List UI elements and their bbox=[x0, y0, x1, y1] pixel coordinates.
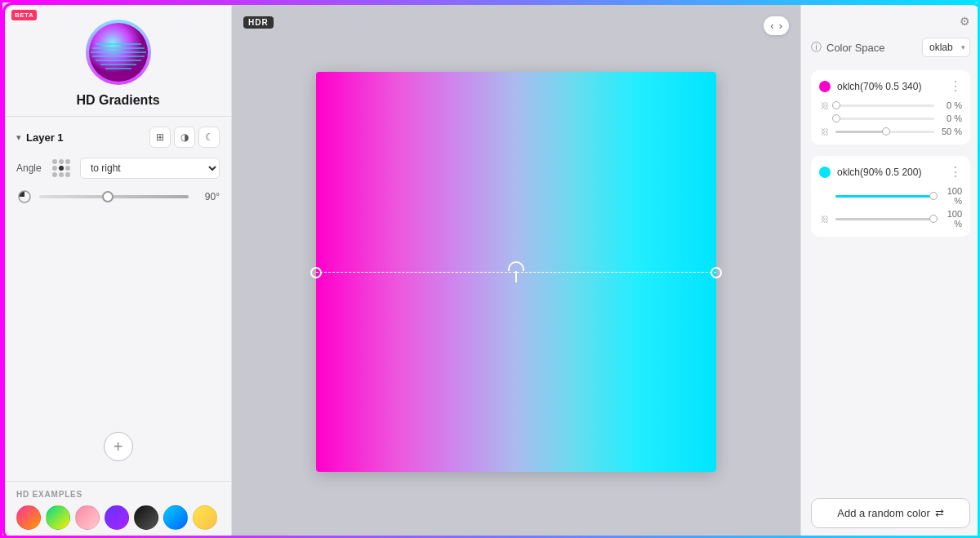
degree-slider-row: 90° bbox=[16, 189, 220, 205]
stop-1-slider-2-thumb[interactable] bbox=[832, 114, 840, 122]
sidebar-header: HD Gradients bbox=[5, 5, 231, 117]
angle-label: Angle bbox=[16, 162, 46, 174]
hdr-badge: HDR bbox=[243, 16, 274, 29]
settings-icon[interactable]: ⚙ bbox=[960, 15, 970, 28]
stop-2-slider-2-row: ⛓ 100 % bbox=[819, 209, 962, 229]
gradient-right-handle[interactable] bbox=[710, 267, 722, 278]
gradient-left-handle[interactable] bbox=[310, 267, 322, 278]
hd-examples-label: HD EXAMPLES bbox=[16, 490, 220, 499]
stop-2-slider-1-thumb[interactable] bbox=[929, 192, 938, 200]
layer-header: ▾ Layer 1 ⊞ ◑ ☾ bbox=[16, 127, 220, 148]
swatch-2[interactable] bbox=[46, 505, 70, 530]
stop-1-slider-3-row: ⛓ 50 % bbox=[819, 127, 962, 136]
color-stop-1-label: oklch(70% 0.5 340) bbox=[837, 81, 942, 92]
angle-dots-grid[interactable] bbox=[52, 159, 70, 177]
add-color-label: Add a random color bbox=[837, 507, 929, 519]
color-swatches bbox=[16, 505, 220, 530]
dot-br bbox=[65, 172, 70, 177]
main-canvas: HDR ‹ › bbox=[232, 5, 800, 538]
add-color-button[interactable]: Add a random color ⇄ bbox=[811, 498, 970, 528]
grid-icon-btn[interactable]: ⊞ bbox=[149, 127, 171, 148]
angle-slider-icon bbox=[16, 189, 33, 205]
half-circle-btn[interactable]: ◑ bbox=[174, 127, 195, 148]
right-panel-spacer bbox=[811, 248, 970, 498]
stop-1-slider-3-thumb[interactable] bbox=[882, 127, 890, 136]
color-stop-2-more-icon[interactable]: ⋮ bbox=[949, 164, 962, 180]
dot-mr bbox=[65, 166, 70, 171]
stop-1-slider-2-row: 0 % bbox=[819, 113, 962, 123]
stop-1-link-icon: ⛓ bbox=[819, 101, 831, 110]
stop-2-link-icon: ⛓ bbox=[819, 215, 831, 224]
sidebar: BETA bbox=[5, 5, 232, 538]
stop-2-slider-1-value: 100 % bbox=[939, 186, 962, 206]
handle-line bbox=[515, 271, 517, 282]
hd-examples-section: HD EXAMPLES bbox=[5, 481, 231, 538]
layer-icons: ⊞ ◑ ☾ bbox=[149, 127, 220, 148]
gradient-line bbox=[316, 272, 716, 273]
degree-value: 90° bbox=[195, 191, 220, 202]
color-stop-2: oklch(90% 0.5 200) ⋮ 100 % bbox=[811, 156, 970, 237]
angle-select[interactable]: to right bbox=[80, 158, 220, 179]
dot-tr bbox=[65, 159, 70, 164]
stop-2-slider-2-thumb[interactable] bbox=[929, 215, 938, 223]
stop-1-slider-2-value: 0 % bbox=[939, 113, 962, 123]
next-arrow[interactable]: › bbox=[779, 20, 782, 32]
handle-arc bbox=[508, 261, 524, 271]
info-icon: ⓘ bbox=[811, 40, 822, 55]
prev-arrow[interactable]: ‹ bbox=[770, 20, 773, 32]
stop-1-sliders: ⛓ 0 % 0 % bbox=[819, 100, 962, 136]
degree-slider-thumb[interactable] bbox=[102, 191, 114, 202]
stop-1-slider-3-fill bbox=[835, 131, 885, 133]
add-layer-button[interactable]: + bbox=[104, 432, 133, 461]
stop-2-slider-2-value: 100 % bbox=[939, 209, 962, 229]
dot-bc bbox=[59, 172, 64, 177]
swatch-1[interactable] bbox=[16, 505, 41, 530]
layer-collapse-icon[interactable]: ▾ bbox=[16, 132, 21, 143]
swatch-5[interactable] bbox=[134, 505, 158, 530]
color-stop-1-dot[interactable] bbox=[819, 81, 831, 92]
pie-icon bbox=[17, 189, 32, 204]
stop-1-slider-3-track[interactable] bbox=[835, 131, 934, 133]
half-circle-icon: ◑ bbox=[180, 131, 189, 143]
moon-btn[interactable]: ☾ bbox=[198, 127, 220, 148]
degree-slider-track[interactable] bbox=[39, 195, 189, 198]
color-stop-2-dot[interactable] bbox=[819, 167, 831, 178]
dot-ml bbox=[52, 166, 57, 171]
sidebar-content: ▾ Layer 1 ⊞ ◑ ☾ bbox=[5, 117, 231, 481]
color-stop-2-header: oklch(90% 0.5 200) ⋮ bbox=[819, 164, 962, 180]
swatch-3[interactable] bbox=[75, 505, 100, 530]
add-icon: + bbox=[114, 438, 123, 456]
angle-row: Angle to right bbox=[16, 158, 220, 179]
gradient-canvas[interactable] bbox=[316, 72, 716, 472]
moon-icon: ☾ bbox=[205, 131, 214, 143]
dot-tl bbox=[52, 159, 57, 164]
stop-1-slider-1-row: ⛓ 0 % bbox=[819, 100, 962, 110]
stop-2-slider-1-fill bbox=[835, 195, 934, 198]
color-space-label: Color Space bbox=[826, 42, 917, 54]
stop-1-slider-1-track[interactable] bbox=[835, 104, 934, 107]
nav-arrows: ‹ › bbox=[764, 16, 789, 35]
stop-1-slider-1-thumb[interactable] bbox=[832, 101, 840, 109]
color-stop-1-more-icon[interactable]: ⋮ bbox=[949, 78, 962, 94]
right-panel: ⚙ ⓘ Color Space oklab ▾ oklch(70% 0.5 34… bbox=[800, 5, 980, 538]
stop-2-slider-2-track[interactable] bbox=[835, 218, 934, 220]
gradient-midpoint-handle[interactable] bbox=[508, 261, 524, 282]
swatch-7[interactable] bbox=[193, 505, 217, 530]
stop-2-slider-2-fill bbox=[835, 218, 934, 220]
stop-1-link2-icon: ⛓ bbox=[819, 127, 831, 136]
color-space-select[interactable]: oklab bbox=[922, 38, 970, 57]
color-space-row: ⓘ Color Space oklab ▾ bbox=[811, 38, 970, 57]
grid-icon: ⊞ bbox=[156, 131, 164, 143]
color-stop-1: oklch(70% 0.5 340) ⋮ ⛓ 0 % bbox=[811, 70, 970, 145]
stop-1-slider-2-track[interactable] bbox=[835, 118, 934, 120]
swatch-6[interactable] bbox=[163, 505, 188, 530]
swatch-4[interactable] bbox=[105, 505, 129, 530]
layer-title-row: ▾ Layer 1 bbox=[16, 131, 64, 144]
logo-svg bbox=[86, 20, 151, 85]
stop-1-slider-1-value: 0 % bbox=[939, 100, 962, 110]
stop-2-slider-1-row: 100 % bbox=[819, 186, 962, 206]
color-space-select-wrapper: oklab ▾ bbox=[922, 38, 970, 57]
shuffle-icon: ⇄ bbox=[935, 507, 944, 519]
stop-2-slider-1-track[interactable] bbox=[835, 195, 934, 198]
app-logo bbox=[86, 20, 151, 85]
